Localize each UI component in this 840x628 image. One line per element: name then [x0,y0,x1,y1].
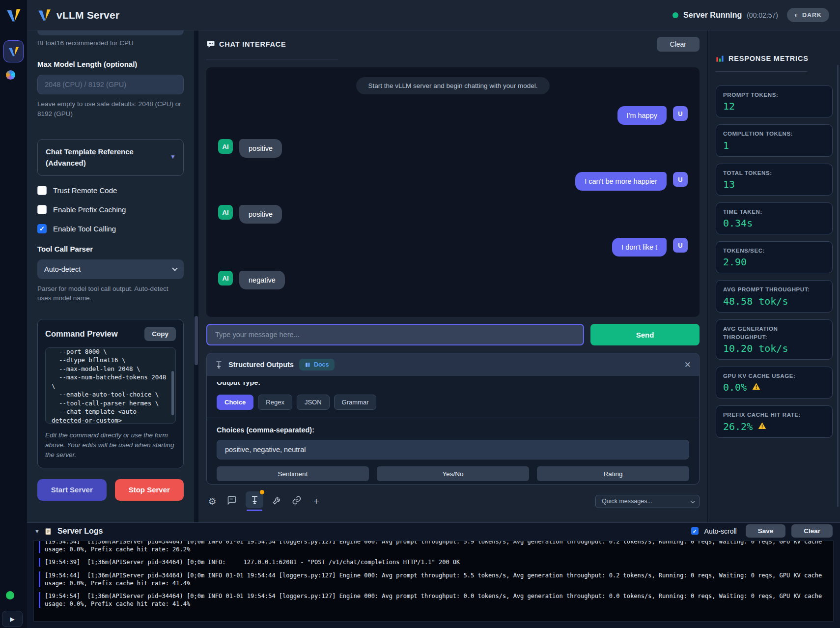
system-prompt-button[interactable] [226,495,238,508]
command-preview-card: Command Preview Copy --port 8000 \ --dty… [37,319,184,468]
collapse-triangle-icon[interactable]: ▼ [34,528,40,534]
ai-avatar: AI [218,271,233,285]
config-scrollbar-track[interactable] [194,30,198,522]
dtype-select-partial[interactable] [37,30,184,35]
active-indicator-badge [260,490,264,494]
quick-messages-select[interactable]: Quick messages... [595,495,700,508]
auto-scroll-checkbox[interactable]: ✓ [691,527,699,535]
metrics-scrollbar-thumb[interactable] [837,65,839,507]
add-button[interactable]: + [310,495,322,507]
server-logs-panel: ▼ Server Logs ✓ Auto-scroll Save Clear [… [27,522,840,628]
command-preview-code[interactable]: --port 8000 \ --dtype bfloat16 \ --max-m… [45,347,176,424]
book-icon [305,362,311,368]
config-scrollbar-thumb[interactable] [195,316,198,365]
link-icon [292,495,302,505]
section-divider [716,71,807,72]
ai-avatar: AI [218,139,233,154]
expand-panel-button[interactable]: ▶ [2,611,23,627]
metric-value: 0.0% [723,381,747,393]
plus-icon: + [313,495,319,507]
rail-item-vllm-active[interactable] [3,40,24,62]
system-message: Start the vLLM server and begin chatting… [356,77,549,94]
metric-value: 12 [723,100,825,112]
log-entry: [19:54:54] [1;36m(APIServer pid=34464) [… [39,592,828,608]
tool-call-parser-help: Parser for model tool call output. Auto-… [37,284,184,303]
chat-message-input[interactable] [206,324,584,345]
metric-label: TOTAL TOKENS: [723,169,825,177]
message-bubble: I can't be more happier [575,172,667,191]
chat-message-user: I don't like t U [218,238,688,257]
docs-link[interactable]: Docs [299,359,335,371]
chat-bubble-icon [206,40,215,49]
metric-card-total-tokens: TOTAL TOKENS: 13 [716,164,833,196]
metric-label: TIME TAKEN: [723,208,825,216]
log-output-area[interactable]: [19:54:34] [1;36m(APIServer pid=34464) [… [33,541,834,622]
metric-card-prefix-cache-hit-rate: PREFIX CACHE HIT RATE: 26.2% [716,405,833,437]
preset-rating-button[interactable]: Rating [537,466,689,481]
server-logs-title: Server Logs [57,527,103,536]
metric-card-prompt-tokens: PROMPT TOKENS: 12 [716,86,833,117]
active-tab-underline [247,510,262,511]
connections-button[interactable] [291,495,303,508]
server-status-dot [672,12,678,18]
output-type-grammar[interactable]: Grammar [334,395,377,410]
metric-value: 10.20 tok/s [723,343,825,354]
vllm-logo [6,8,21,23]
metric-label: COMPLETION TOKENS: [723,130,825,138]
auto-scroll-label: Auto-scroll [704,527,737,535]
message-icon [227,495,237,505]
metric-value: 2.90 [723,256,825,268]
log-entry: [19:54:34] [1;36m(APIServer pid=34464) [… [39,541,828,553]
metric-card-completion-tokens: COMPLETION TOKENS: 1 [716,124,833,156]
save-logs-button[interactable]: Save [746,524,786,538]
enable-prefix-caching-checkbox[interactable] [37,205,47,214]
tool-call-parser-select[interactable]: Auto-detect [37,259,184,279]
choices-input[interactable] [217,440,689,459]
output-type-regex[interactable]: Regex [258,395,292,410]
server-uptime: (00:02:57) [747,11,778,19]
command-preview-title: Command Preview [45,329,118,339]
server-config-panel: BFloat16 recommended for CPU Max Model L… [27,30,194,522]
max-model-length-input[interactable] [37,75,184,94]
docs-label: Docs [314,361,329,368]
metric-value: 26.2% [723,421,753,432]
metric-value: 0.34s [723,217,825,229]
chat-message-area[interactable]: Start the vLLM server and begin chatting… [206,67,700,317]
preset-yesno-button[interactable]: Yes/No [377,466,529,481]
start-server-button[interactable]: Start Server [37,479,107,501]
enable-prefix-caching-label: Enable Prefix Caching [53,205,126,214]
close-icon[interactable]: ✕ [684,360,691,370]
rail-item-secondary-icon[interactable] [6,70,15,80]
play-icon: ▶ [10,616,14,623]
tools-button[interactable] [271,495,283,508]
user-avatar: U [673,106,688,121]
settings-button[interactable]: ⚙ [206,496,218,507]
vllm-logo [8,46,19,57]
chat-template-reference-toggle[interactable]: Chat Template Reference (Advanced) ▼ [37,139,184,176]
collapse-triangle-icon: ▼ [170,153,176,160]
clear-logs-button[interactable]: Clear [791,524,833,538]
theme-toggle-button[interactable]: ◐ DARK [787,8,829,22]
clamp-icon [215,361,223,369]
metric-card-avg-generation-throughput: AVG GENERATION THROUGHPUT: 10.20 tok/s [716,319,833,360]
structured-outputs-panel: Structured Outputs Docs ✕ Output Type: C… [206,353,700,485]
send-button[interactable]: Send [590,324,700,345]
dtype-note: BFloat16 recommended for CPU [37,39,184,47]
clear-chat-button[interactable]: Clear [657,37,700,52]
output-type-json[interactable]: JSON [297,395,330,410]
trust-remote-code-checkbox[interactable] [37,186,47,195]
response-metrics-title: RESPONSE METRICS [728,55,809,62]
copy-command-button[interactable]: Copy [144,327,176,341]
stop-server-button[interactable]: Stop Server [115,479,184,501]
clipboard-icon [44,527,52,535]
message-bubble: I don't like t [612,238,667,257]
structured-outputs-toggle[interactable] [246,491,263,511]
metric-label: AVG PROMPT THROUGHPUT: [723,285,825,294]
output-type-choice[interactable]: Choice [217,395,253,410]
preset-sentiment-button[interactable]: Sentiment [217,466,369,481]
log-entry: [19:54:44] [1;36m(APIServer pid=34464) [… [39,571,828,587]
chat-panel: CHAT INTERFACE Clear Start the vLLM serv… [198,30,707,522]
code-scrollbar-thumb[interactable] [171,371,174,415]
enable-tool-calling-checkbox[interactable]: ✓ [37,224,47,233]
metric-card-gpu-kv-cache: GPU KV CACHE USAGE: 0.0% [716,367,833,399]
